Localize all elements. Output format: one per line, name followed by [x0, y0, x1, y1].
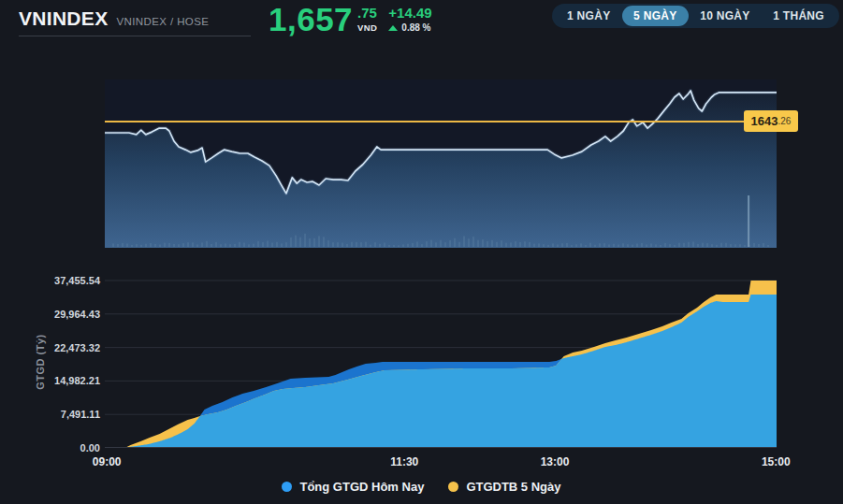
- y-tick-label: 7,491.11: [7, 408, 100, 421]
- price-fraction: .75: [357, 7, 377, 20]
- reference-price-label: 1643.26: [744, 110, 798, 132]
- price-volume-spike: [748, 195, 749, 247]
- price-change: +14.49: [388, 7, 431, 20]
- legend-dot-icon: [282, 482, 292, 492]
- volume-y-axis-title: GTGD (Tỷ): [35, 319, 46, 405]
- reference-price-line: [105, 121, 798, 122]
- header-title-block: VNINDEX VNINDEX / HOSE: [19, 7, 209, 30]
- legend-dot-icon: [448, 482, 458, 492]
- x-tick-label: 09:00: [84, 455, 129, 468]
- up-triangle-icon: [388, 25, 398, 31]
- y-tick-label: 0.00: [7, 441, 100, 454]
- y-tick-label: 14,982.21: [7, 374, 100, 387]
- y-tick-label: 22,473.32: [7, 341, 100, 354]
- reference-price-main: 1643: [751, 114, 778, 128]
- page-title: VNINDEX: [19, 7, 108, 30]
- currency-label: VND: [357, 22, 377, 33]
- time-range-selector: 1 NGÀY5 NGÀY10 NGÀY1 THÁNG: [552, 4, 839, 28]
- x-tick-label: 15:00: [753, 455, 798, 468]
- volume-chart[interactable]: [105, 277, 777, 448]
- legend-label: GTGDTB 5 Ngày: [466, 480, 560, 494]
- y-tick-label: 29,964.43: [7, 308, 100, 321]
- reference-price-frac: .26: [778, 116, 792, 126]
- today-volume-area-bright: [105, 295, 777, 448]
- range-button-3[interactable]: 10 NGÀY: [689, 6, 761, 26]
- range-button-2[interactable]: 5 NGÀY: [622, 6, 688, 26]
- title-divider: [19, 36, 251, 36]
- price-chart[interactable]: [105, 79, 777, 248]
- legend-label: Tổng GTGD Hôm Nay: [299, 480, 424, 494]
- chart-legend: Tổng GTGD Hôm NayGTGDTB 5 Ngày: [0, 480, 843, 494]
- exchange-label: VNINDEX / HOSE: [116, 16, 209, 27]
- range-button-4[interactable]: 1 THÁNG: [762, 6, 836, 26]
- price-block: 1,657 .75 VND +14.49 0.88 %: [269, 4, 432, 36]
- y-tick-label: 37,455.54: [7, 274, 100, 287]
- range-button-1[interactable]: 1 NGÀY: [556, 6, 621, 26]
- vnindex-widget: VNINDEX VNINDEX / HOSE 1,657 .75 VND +14…: [0, 0, 843, 504]
- price-change-percent: 0.88 %: [401, 22, 430, 33]
- x-tick-label: 11:30: [382, 455, 427, 468]
- price-value: 1,657: [269, 4, 353, 36]
- legend-item-2[interactable]: GTGDTB 5 Ngày: [448, 480, 560, 494]
- legend-item-1[interactable]: Tổng GTGD Hôm Nay: [282, 480, 424, 494]
- x-tick-label: 13:00: [532, 455, 577, 468]
